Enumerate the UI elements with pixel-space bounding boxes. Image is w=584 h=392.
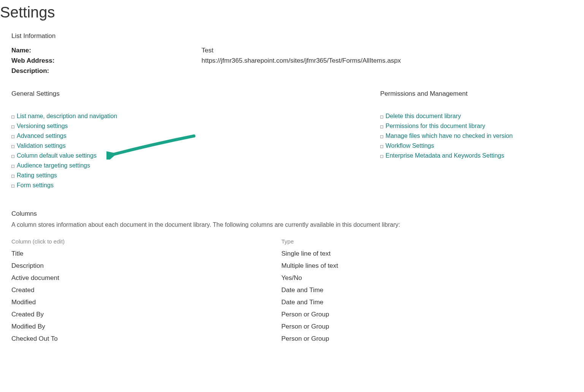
link-column-default-value-settings[interactable]: Column default value settings <box>17 152 97 159</box>
list-info-heading: List Information <box>11 32 584 40</box>
table-row: Active document Yes/No <box>11 274 584 282</box>
column-type: Person or Group <box>281 335 584 343</box>
column-type: Single line of text <box>281 250 584 258</box>
column-link-active-document[interactable]: Active document <box>11 274 59 281</box>
column-link-modified[interactable]: Modified <box>11 299 36 306</box>
link-workflow-settings[interactable]: Workflow Settings <box>386 142 434 149</box>
link-validation-settings[interactable]: Validation settings <box>17 142 66 149</box>
column-type: Person or Group <box>281 323 584 330</box>
general-settings-list: List name, description and navigation Ve… <box>11 113 373 189</box>
link-permissions-library[interactable]: Permissions for this document library <box>386 123 485 129</box>
permissions-list: Delete this document library Permissions… <box>380 113 584 159</box>
columns-header-type: Type <box>281 238 584 245</box>
page-title: Settings <box>0 4 584 21</box>
info-label-web: Web Address: <box>11 55 202 66</box>
column-link-created-by[interactable]: Created By <box>11 311 44 318</box>
table-row: Modified By Person or Group <box>11 323 584 330</box>
link-form-settings[interactable]: Form settings <box>17 182 54 188</box>
info-value-name: Test <box>202 45 584 55</box>
info-label-desc: Description: <box>11 66 202 76</box>
table-row: Description Multiple lines of text <box>11 262 584 270</box>
column-type: Multiple lines of text <box>281 262 584 270</box>
info-value-web: https://jfmr365.sharepoint.com/sites/jfm… <box>202 55 584 66</box>
column-link-description[interactable]: Description <box>11 262 44 269</box>
link-enterprise-metadata[interactable]: Enterprise Metadata and Keywords Setting… <box>386 152 504 159</box>
link-manage-no-checkin[interactable]: Manage files which have no checked in ve… <box>386 133 513 139</box>
table-row: Created By Person or Group <box>11 311 584 318</box>
column-link-created[interactable]: Created <box>11 286 34 294</box>
link-delete-library[interactable]: Delete this document library <box>386 113 461 119</box>
columns-header-name: Column (click to edit) <box>11 238 281 245</box>
link-rating-settings[interactable]: Rating settings <box>17 172 57 179</box>
table-row: Checked Out To Person or Group <box>11 335 584 343</box>
table-row: Modified Date and Time <box>11 299 584 306</box>
column-link-checked-out-to[interactable]: Checked Out To <box>11 335 58 342</box>
link-versioning-settings[interactable]: Versioning settings <box>17 123 68 129</box>
column-link-modified-by[interactable]: Modified By <box>11 323 45 330</box>
permissions-heading: Permissions and Management <box>380 90 584 98</box>
column-type: Person or Group <box>281 311 584 318</box>
table-row: Created Date and Time <box>11 286 584 294</box>
column-type: Date and Time <box>281 299 584 306</box>
table-row: Title Single line of text <box>11 250 584 258</box>
general-settings-heading: General Settings <box>11 90 373 98</box>
columns-table: Column (click to edit) Type Title Single… <box>11 238 584 343</box>
column-type: Date and Time <box>281 286 584 294</box>
columns-heading: Columns <box>11 210 584 218</box>
link-audience-targeting-settings[interactable]: Audience targeting settings <box>17 162 90 169</box>
column-type: Yes/No <box>281 274 584 282</box>
column-link-title[interactable]: Title <box>11 250 24 257</box>
info-value-desc <box>202 66 584 76</box>
info-label-name: Name: <box>11 45 202 55</box>
columns-description: A column stores information about each d… <box>11 221 584 228</box>
link-advanced-settings[interactable]: Advanced settings <box>17 133 67 139</box>
link-list-name-desc-nav[interactable]: List name, description and navigation <box>17 113 117 119</box>
